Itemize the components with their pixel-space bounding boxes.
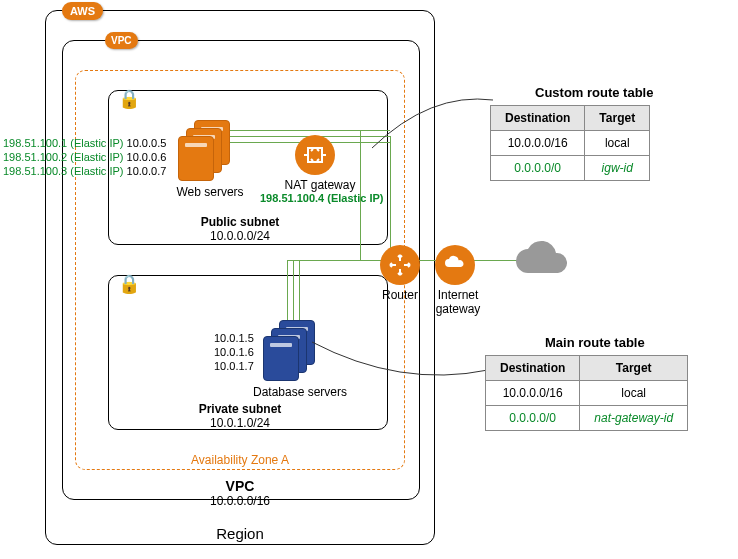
- db-ip-2: 10.0.1.7: [214, 360, 254, 372]
- eip-row-0: 198.51.100.1 (Elastic IP) 10.0.0.5: [3, 137, 166, 149]
- rt-target: nat-gateway-id: [580, 406, 688, 431]
- internet-gateway-icon: [435, 245, 475, 285]
- internet-cloud-icon: [510, 235, 570, 283]
- nat-gateway-icon: [295, 135, 335, 175]
- db-ip-1: 10.0.1.6: [214, 346, 254, 358]
- az-label: Availability Zone A: [165, 453, 315, 467]
- router-icon: [380, 245, 420, 285]
- rt-target: igw-id: [585, 156, 650, 181]
- public-subnet-title: Public subnet: [180, 215, 300, 229]
- custom-route-table: DestinationTarget 10.0.0.0/16local 0.0.0…: [490, 105, 650, 181]
- svg-rect-0: [308, 148, 322, 162]
- link-line: [390, 136, 391, 260]
- web-servers-label: Web servers: [170, 185, 250, 199]
- rt-dest: 0.0.0.0/0: [486, 406, 580, 431]
- router-label: Router: [378, 288, 422, 302]
- th-dest: Destination: [491, 106, 585, 131]
- rt-dest: 10.0.0.0/16: [486, 381, 580, 406]
- rt-target: local: [585, 131, 650, 156]
- rt-dest: 10.0.0.0/16: [491, 131, 585, 156]
- nat-gateway-label: NAT gateway: [280, 178, 360, 192]
- connector-to-custom-table: [370, 90, 495, 150]
- igw-label: Internet gateway: [418, 288, 498, 316]
- main-route-table: DestinationTarget 10.0.0.0/16local 0.0.0…: [485, 355, 688, 431]
- link-line: [287, 260, 391, 261]
- lock-icon: 🔒: [118, 88, 140, 110]
- rt-dest: 0.0.0.0/0: [491, 156, 585, 181]
- aws-badge: AWS: [62, 2, 103, 20]
- lock-icon: 🔒: [118, 273, 140, 295]
- private-subnet-title: Private subnet: [180, 402, 300, 416]
- public-subnet-cidr: 10.0.0.0/24: [180, 229, 300, 243]
- region-label: Region: [180, 525, 300, 542]
- th-dest: Destination: [486, 356, 580, 381]
- custom-route-table-title: Custom route table: [535, 85, 653, 100]
- private-subnet-cidr: 10.0.1.0/24: [180, 416, 300, 430]
- nat-eip: 198.51.100.4 (Elastic IP): [260, 192, 384, 204]
- connector-to-main-table: [310, 340, 490, 390]
- eip-row-1: 198.51.100.2 (Elastic IP) 10.0.0.6: [3, 151, 166, 163]
- eip-row-2: 198.51.100.3 (Elastic IP) 10.0.0.7: [3, 165, 166, 177]
- th-target: Target: [585, 106, 650, 131]
- main-route-table-title: Main route table: [545, 335, 645, 350]
- db-ip-0: 10.0.1.5: [214, 332, 254, 344]
- vpc-label: VPC: [180, 478, 300, 494]
- vpc-cidr: 10.0.0.0/16: [180, 494, 300, 508]
- rt-target: local: [580, 381, 688, 406]
- th-target: Target: [580, 356, 688, 381]
- vpc-badge: VPC: [105, 32, 138, 49]
